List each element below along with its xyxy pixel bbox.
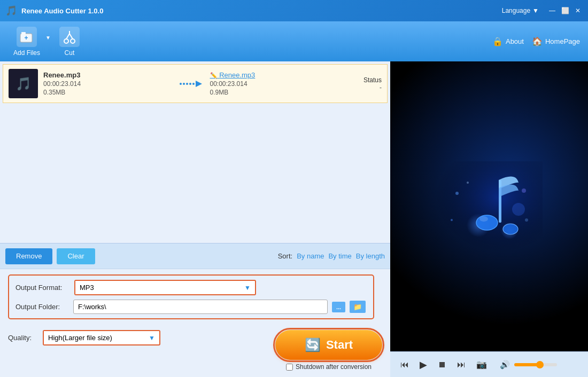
add-files-icon: + [17,27,37,47]
folder-input[interactable] [74,300,327,313]
file-list: 🎵 Renee.mp3 00:00:23.014 0.35MB [0,61,390,243]
output-folder-label: Output Folder: [16,303,69,311]
homepage-button[interactable]: 🏠 HomePage [532,36,580,46]
format-quality-box: Output Format: MP3 ▼ Output Folder: ... [8,274,374,319]
sort-by-name[interactable]: By name [297,252,324,260]
start-icon: 🔄 [305,337,321,352]
remove-button[interactable]: Remove [5,248,52,264]
toolbar: + Add Files ▼ Cut [0,21,588,61]
titlebar: 🎵 Renee Audio Cutter 1.0.0 Language ▼ — … [0,0,588,21]
main: 🎵 Renee.mp3 00:00:23.014 0.35MB [0,61,588,377]
output-format-select[interactable]: MP3 [75,281,240,294]
right-panel: ⏮ ▶ ⏹ ⏭ 📷 🔊 [390,61,588,377]
start-section: 🔄 Start Shutdown after conversion [275,330,382,371]
start-button[interactable]: 🔄 Start [275,330,382,360]
shutdown-label: Shutdown after conversion [296,363,372,371]
left-panel: 🎵 Renee.mp3 00:00:23.014 0.35MB [0,61,390,377]
folder-input-wrapper [73,300,328,314]
stop-button[interactable]: ⏹ [436,358,448,372]
add-files-button[interactable]: + Add Files [8,24,45,59]
start-label: Start [326,338,353,352]
sort-area: Sort: By name By time By length [278,252,385,260]
status-badge: - [380,84,382,91]
output-size: 0.9MB [210,89,339,96]
svg-line-7 [69,34,73,39]
svg-point-31 [467,182,469,184]
shutdown-row: Shutdown after conversion [286,363,372,371]
quality-section: Quality: High(Larger file size) ▼ [8,330,160,345]
play-button[interactable]: ▶ [417,357,429,373]
quality-label: Quality: [8,334,37,342]
quality-select[interactable]: High(Larger file size) [44,331,144,344]
about-button[interactable]: 🔒 About [492,36,524,46]
quality-select-wrapper: High(Larger file size) ▼ [43,330,160,345]
home-icon: 🏠 [532,36,543,46]
file-thumbnail: 🎵 [9,69,38,98]
titlebar-controls: Language ▼ — ⬜ ✕ [502,6,583,15]
shutdown-checkbox[interactable] [286,364,293,371]
file-output-info: ✏️ Renee.mp3 00:00:23.014 0.9MB [210,71,339,96]
volume-icon: 🔊 [500,360,510,370]
close-button[interactable]: ✕ [573,6,583,15]
format-dropdown-arrow[interactable]: ▼ [240,281,255,294]
svg-line-6 [66,34,69,39]
volume-thumb[interactable] [536,361,544,368]
svg-point-20 [512,203,525,216]
folder-open-button[interactable]: 📁 [350,301,366,313]
cut-button[interactable]: Cut [53,24,86,59]
about-label: About [506,37,524,45]
folder-browse-button[interactable]: ... [332,302,345,312]
output-format-label: Output Format: [16,284,69,292]
screenshot-button[interactable]: 📷 [474,357,489,372]
titlebar-left: 🎵 Renee Audio Cutter 1.0.0 [5,5,103,17]
skip-back-button[interactable]: ⏮ [398,358,411,372]
toolbar-left: + Add Files ▼ Cut [8,24,86,59]
volume-control: 🔊 [500,360,557,370]
volume-slider[interactable] [514,363,557,366]
add-files-group: + Add Files ▼ [8,24,51,59]
input-filename: Renee.mp3 [43,71,173,79]
language-label: Language [502,7,530,14]
format-select-wrapper: MP3 ▼ [74,280,256,295]
sort-by-time[interactable]: By time [328,252,351,260]
output-duration: 00:00:23.014 [210,80,339,88]
svg-rect-17 [436,161,543,252]
output-format-row: Output Format: MP3 ▼ [16,280,367,295]
preview-area [390,61,588,351]
status-label: Status [363,76,382,84]
svg-point-14 [189,83,191,85]
app-title: Renee Audio Cutter 1.0.0 [21,7,103,15]
quality-dropdown-arrow[interactable]: ▼ [144,332,159,344]
homepage-label: HomePage [545,37,580,45]
music-preview-graphic [436,161,543,252]
svg-point-4 [64,39,68,43]
skip-forward-button[interactable]: ⏭ [455,358,468,372]
about-lock-icon: 🔒 [492,36,503,46]
svg-marker-16 [196,81,202,87]
svg-point-13 [186,83,188,85]
output-filename: ✏️ Renee.mp3 [210,71,339,79]
svg-point-26 [479,216,488,222]
cut-icon [59,27,80,47]
input-size: 0.35MB [43,89,173,96]
sort-by-length[interactable]: By length [356,252,385,260]
sort-label: Sort: [278,252,292,260]
settings-panel: Output Format: MP3 ▼ Output Folder: ... [0,269,390,377]
cut-label: Cut [65,49,75,57]
svg-point-5 [71,39,75,43]
svg-rect-3 [21,32,26,34]
svg-point-15 [192,83,195,85]
output-folder-row: Output Folder: ... 📁 [16,300,367,314]
table-row: 🎵 Renee.mp3 00:00:23.014 0.35MB [3,64,388,103]
bottom-controls: Remove Clear Sort: By name By time By le… [0,243,390,269]
add-files-dropdown-arrow[interactable]: ▼ [45,35,51,41]
language-arrow: ▼ [532,7,539,14]
input-duration: 00:00:23.014 [43,80,173,88]
svg-point-28 [522,189,526,193]
maximize-button[interactable]: ⬜ [560,6,570,15]
clear-button[interactable]: Clear [57,248,95,264]
add-files-label: Add Files [13,49,40,57]
language-button[interactable]: Language ▼ [502,7,539,14]
svg-point-27 [455,192,459,195]
minimize-button[interactable]: — [547,6,557,15]
